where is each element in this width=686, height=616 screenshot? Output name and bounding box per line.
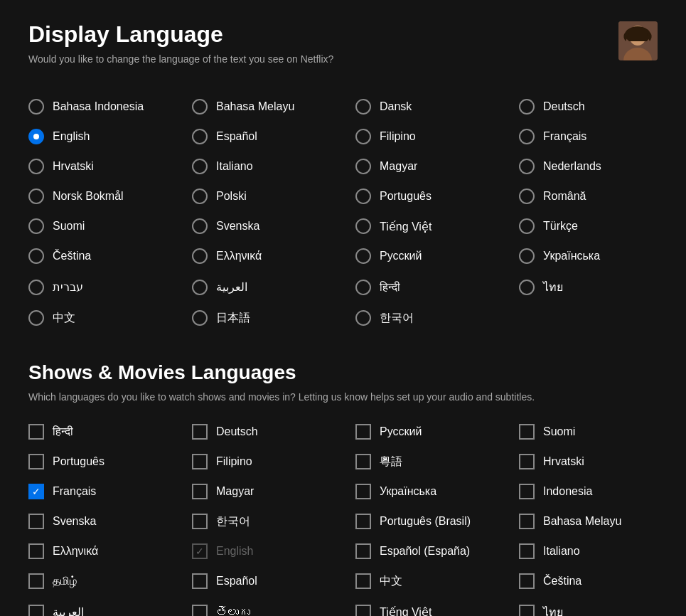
radio-thai[interactable] [519, 280, 535, 295]
checkbox-russky[interactable] [355, 424, 371, 440]
display-lang-item-magyar[interactable]: Magyar [355, 152, 519, 181]
display-lang-item-ivrit[interactable]: עברית [28, 271, 192, 303]
shows-lang-item-italiano[interactable]: Italiano [519, 536, 682, 566]
display-lang-item-svenska[interactable]: Svenska [192, 211, 355, 241]
shows-lang-item-ellinika[interactable]: Ελληνικά [28, 536, 192, 566]
radio-arabiya[interactable] [192, 280, 208, 295]
checkbox-zhongwen[interactable] [355, 573, 371, 589]
display-lang-item-portugues[interactable]: Português [355, 181, 519, 211]
radio-espanol[interactable] [192, 129, 208, 144]
display-lang-item-polski[interactable]: Polski [192, 181, 355, 211]
checkbox-ukrainska[interactable] [355, 484, 371, 499]
display-lang-item-turkce[interactable]: Türkçe [519, 211, 682, 241]
display-lang-item-nederlands[interactable]: Nederlands [519, 152, 682, 181]
display-lang-item-ukrainska[interactable]: Українська [519, 241, 682, 271]
shows-lang-item-portugues[interactable]: Português [28, 447, 192, 477]
display-lang-item-thai[interactable]: ไทย [519, 271, 682, 303]
display-lang-item-english[interactable]: English [28, 122, 192, 152]
display-lang-item-hindi[interactable]: हिन्दी [355, 271, 519, 303]
checkbox-portugues-brasil[interactable] [355, 514, 371, 529]
display-lang-item-russky[interactable]: Русский [355, 241, 519, 271]
checkbox-hrvatski[interactable] [519, 454, 535, 469]
checkbox-hindi[interactable] [28, 424, 44, 440]
radio-svenska[interactable] [192, 218, 208, 234]
shows-lang-item-english[interactable]: ✓English [192, 536, 355, 566]
checkbox-francais[interactable]: ✓ [28, 484, 44, 499]
radio-turkce[interactable] [519, 218, 535, 234]
radio-ellinika[interactable] [192, 248, 208, 264]
checkbox-bahasa-melayu[interactable] [519, 514, 535, 529]
display-lang-item-bahasa-indonesia[interactable]: Bahasa Indonesia [28, 92, 192, 122]
shows-lang-item-espanol-espana[interactable]: Español (España) [355, 536, 519, 566]
display-lang-item-arabiya[interactable]: العربية [192, 271, 355, 303]
shows-lang-item-portugues-brasil[interactable]: Português (Brasil) [355, 506, 519, 536]
radio-ivrit[interactable] [28, 280, 44, 295]
checkbox-tamil[interactable] [28, 573, 44, 589]
checkbox-indonesia[interactable] [519, 484, 535, 499]
radio-bahasa-indonesia[interactable] [28, 99, 44, 115]
radio-bahasa-melayu[interactable] [192, 99, 208, 115]
checkbox-suomi[interactable] [519, 424, 535, 440]
shows-lang-item-zhongwen[interactable]: 中文 [355, 566, 519, 596]
radio-tieng-viet[interactable] [355, 218, 371, 234]
shows-lang-item-telugu[interactable]: తెలుగు [192, 596, 355, 616]
shows-lang-item-cestina[interactable]: Čeština [519, 566, 682, 596]
shows-lang-item-hangugeo[interactable]: 한국어 [192, 506, 355, 536]
shows-lang-item-filipino[interactable]: Filipino [192, 447, 355, 477]
display-lang-item-norsk-bokmal[interactable]: Norsk Bokmål [28, 181, 192, 211]
display-lang-item-espanol[interactable]: Español [192, 122, 355, 152]
shows-lang-item-russky[interactable]: Русский [355, 417, 519, 447]
radio-norsk-bokmal[interactable] [28, 188, 44, 204]
display-lang-item-hangugeo[interactable]: 한국어 [355, 303, 519, 333]
radio-hrvatski[interactable] [28, 159, 44, 174]
radio-portugues[interactable] [355, 188, 371, 204]
shows-lang-item-francais[interactable]: ✓Français [28, 477, 192, 506]
shows-lang-item-hrvatski[interactable]: Hrvatski [519, 447, 682, 477]
shows-lang-item-thai[interactable]: ไทย [519, 596, 682, 616]
checkbox-espanol[interactable] [192, 573, 208, 589]
checkbox-portugues[interactable] [28, 454, 44, 469]
radio-francais[interactable] [519, 129, 535, 144]
checkbox-filipino[interactable] [192, 454, 208, 469]
radio-magyar[interactable] [355, 159, 371, 174]
checkbox-thai[interactable] [519, 605, 535, 617]
display-lang-item-hrvatski[interactable]: Hrvatski [28, 152, 192, 181]
radio-hindi[interactable] [355, 280, 371, 295]
checkbox-svenska[interactable] [28, 514, 44, 529]
display-lang-item-nihongo[interactable]: 日本語 [192, 303, 355, 333]
shows-lang-item-suomi[interactable]: Suomi [519, 417, 682, 447]
radio-italiano[interactable] [192, 159, 208, 174]
shows-lang-item-ukrainska[interactable]: Українська [355, 477, 519, 506]
checkbox-arabiya[interactable] [28, 605, 44, 617]
radio-english[interactable] [28, 129, 44, 144]
display-lang-item-ellinika[interactable]: Ελληνικά [192, 241, 355, 271]
radio-romana[interactable] [519, 188, 535, 204]
display-lang-item-cestina[interactable]: Čeština [28, 241, 192, 271]
checkbox-hangugeo[interactable] [192, 514, 208, 529]
radio-hangugeo[interactable] [355, 310, 371, 326]
checkbox-deutsch[interactable] [192, 424, 208, 440]
display-lang-item-bahasa-melayu[interactable]: Bahasa Melayu [192, 92, 355, 122]
shows-lang-item-yue[interactable]: 粵語 [355, 447, 519, 477]
checkbox-telugu[interactable] [192, 605, 208, 617]
radio-ukrainska[interactable] [519, 248, 535, 264]
radio-dansk[interactable] [355, 99, 371, 115]
display-lang-item-romana[interactable]: Română [519, 181, 682, 211]
radio-deutsch[interactable] [519, 99, 535, 115]
checkbox-yue[interactable] [355, 454, 371, 469]
shows-lang-item-bahasa-melayu[interactable]: Bahasa Melayu [519, 506, 682, 536]
shows-lang-item-indonesia[interactable]: Indonesia [519, 477, 682, 506]
display-lang-item-italiano[interactable]: Italiano [192, 152, 355, 181]
radio-polski[interactable] [192, 188, 208, 204]
checkbox-italiano[interactable] [519, 543, 535, 559]
display-lang-item-suomi[interactable]: Suomi [28, 211, 192, 241]
checkbox-tieng-viet[interactable] [355, 605, 371, 617]
radio-nederlands[interactable] [519, 159, 535, 174]
checkbox-espanol-espana[interactable] [355, 543, 371, 559]
radio-suomi[interactable] [28, 218, 44, 234]
shows-lang-item-arabiya[interactable]: العربية [28, 596, 192, 616]
avatar[interactable] [618, 21, 658, 60]
display-lang-item-deutsch[interactable]: Deutsch [519, 92, 682, 122]
radio-cestina[interactable] [28, 248, 44, 264]
shows-lang-item-deutsch[interactable]: Deutsch [192, 417, 355, 447]
